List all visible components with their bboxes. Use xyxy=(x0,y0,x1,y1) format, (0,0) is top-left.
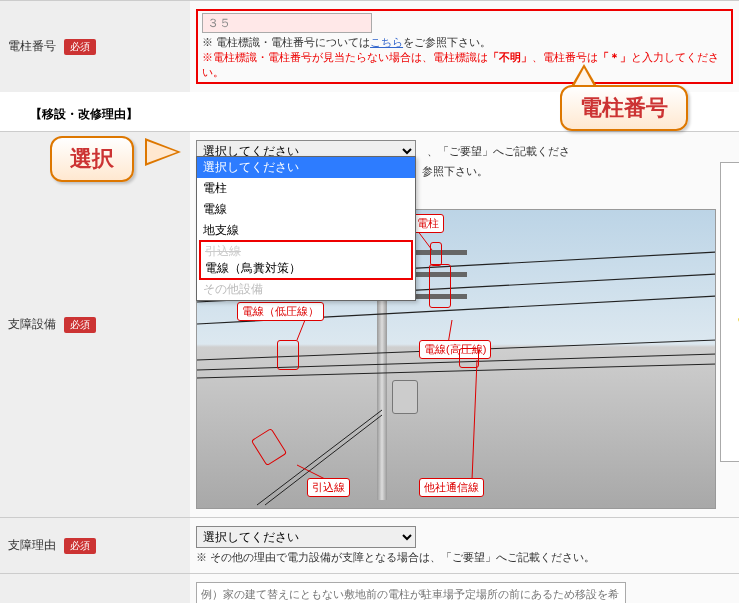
dropdown-option[interactable]: 電柱 xyxy=(197,178,415,199)
dropdown-option[interactable]: 地支線 xyxy=(197,220,415,241)
dropdown-option[interactable]: その他設備 xyxy=(197,279,415,300)
callout-select: 選択 xyxy=(50,136,134,182)
guy-wire-diagram: 地支線 xyxy=(720,162,739,462)
annot-high-volt: 電線(高圧線) xyxy=(419,340,491,359)
label-pole-number: 電柱番号 xyxy=(8,38,56,55)
required-badge: 必須 xyxy=(64,39,96,55)
equipment-hidden-note: 、「ご要望」へご記載くださ xyxy=(427,145,570,157)
reason-select[interactable]: 選択してください xyxy=(196,526,416,548)
dropdown-option[interactable]: 選択してください xyxy=(197,157,415,178)
request-textarea[interactable] xyxy=(196,582,626,603)
pole-number-highlight: ※ 電柱標識・電柱番号についてはこちらをご参照下さい。 ※電柱標識・電柱番号が見… xyxy=(196,9,733,84)
annot-pole: 電柱 xyxy=(412,214,444,233)
required-badge: 必須 xyxy=(64,317,96,333)
pole-missing-note: ※電柱標識・電柱番号が見当たらない場合は、電柱標識は「不明」、電柱番号は「＊」と… xyxy=(202,50,727,80)
required-badge: 必須 xyxy=(64,538,96,554)
pole-ref-link[interactable]: こちら xyxy=(370,36,403,48)
label-obstruction-reason: 支障理由 xyxy=(8,537,56,554)
label-obstruction-equipment: 支障設備 xyxy=(8,316,56,333)
annot-service-drop: 引込線 xyxy=(307,478,350,497)
dropdown-option[interactable]: 電線 xyxy=(197,199,415,220)
reason-note: ※ その他の理由で電力設備が支障となる場合は、「ご要望」へご記載ください。 xyxy=(196,550,733,565)
dropdown-option[interactable]: 電線（鳥糞対策） xyxy=(203,260,409,277)
callout-select-tail xyxy=(145,138,181,166)
pole-number-input[interactable] xyxy=(202,13,372,33)
guy-annot-lines xyxy=(721,163,739,461)
equipment-dropdown-open: 選択してください 電柱 電線 地支線 引込線 電線（鳥糞対策） その他設備 xyxy=(196,156,416,301)
annot-low-volt: 電線（低圧線） xyxy=(237,302,324,321)
pole-ref-note: ※ 電柱標識・電柱番号についてはこちらをご参照下さい。 xyxy=(202,35,727,50)
dropdown-option[interactable]: 引込線 xyxy=(203,243,409,260)
dropdown-highlight: 引込線 電線（鳥糞対策） xyxy=(199,240,413,280)
svg-line-5 xyxy=(197,364,715,378)
annot-other-comm: 他社通信線 xyxy=(419,478,484,497)
callout-pole-number: 電柱番号 xyxy=(560,85,688,131)
svg-line-11 xyxy=(472,360,477,480)
